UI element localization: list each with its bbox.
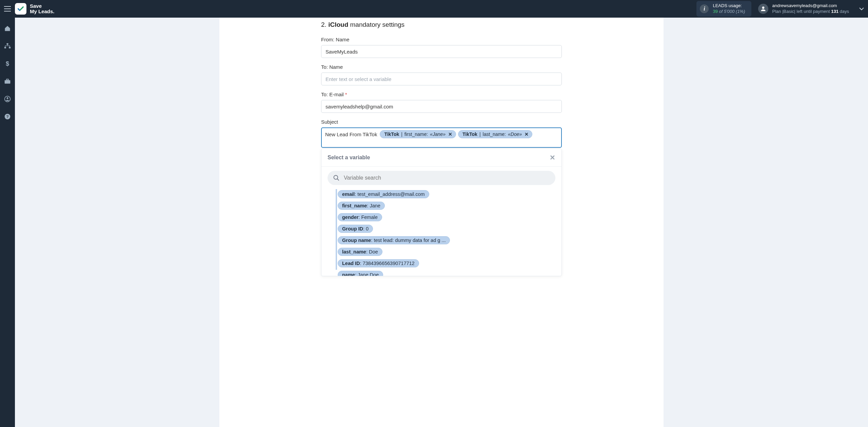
dropdown-title: Select a variable (328, 155, 370, 161)
svg-rect-1 (7, 43, 8, 45)
sitemap-icon (4, 43, 11, 49)
variable-option[interactable]: first_name: Jane (338, 202, 385, 211)
variable-option[interactable]: last_name: Doe (338, 248, 382, 257)
chevron-down-icon (859, 7, 864, 11)
side-rail: $ ? (0, 18, 15, 427)
label-from-name: From: Name (321, 37, 562, 42)
search-icon (333, 175, 340, 181)
variable-option[interactable]: email: test_email_address@mail.com (338, 190, 429, 200)
field-to-name: To: Name (321, 64, 562, 85)
brand-logo (15, 3, 26, 15)
nav-toolbox[interactable] (0, 77, 15, 86)
briefcase-icon (4, 78, 11, 84)
svg-point-8 (7, 97, 8, 99)
svg-rect-6 (6, 79, 9, 80)
svg-text:$: $ (6, 60, 9, 67)
nav-help[interactable]: ? (0, 112, 15, 121)
settings-card: 2. iCloud mandatory settings From: Name … (219, 18, 664, 427)
variable-dropdown: Select a variable ✕ email: test_email_ad… (321, 148, 562, 276)
input-to-name[interactable] (321, 73, 562, 85)
user-circle-icon (4, 96, 11, 102)
variable-search-input[interactable] (343, 175, 550, 181)
field-from-name: From: Name (321, 37, 562, 58)
leads-usage-text: LEADS usage: 39 of 5'000 (1%) (713, 3, 745, 15)
menu-toggle-button[interactable] (0, 0, 15, 18)
main-content: 2. iCloud mandatory settings From: Name … (15, 18, 868, 427)
field-to-email: To: E-mail * (321, 92, 562, 113)
user-menu-chevron[interactable] (855, 7, 868, 11)
nav-connections[interactable] (0, 41, 15, 51)
top-bar: Save My Leads. i LEADS usage: 39 of 5'00… (0, 0, 868, 18)
dropdown-close-button[interactable]: ✕ (550, 154, 555, 162)
home-icon (4, 25, 11, 32)
svg-rect-2 (4, 47, 6, 48)
section-title: 2. iCloud mandatory settings (321, 18, 562, 28)
variable-chip-first-name[interactable]: TikTok | first_name: «Jane» ✕ (380, 130, 456, 138)
chip-remove-icon[interactable]: ✕ (524, 131, 529, 137)
list-accent-bar (336, 189, 337, 270)
subject-prefix-text: New Lead From TikTok (324, 130, 378, 139)
leads-usage-box[interactable]: i LEADS usage: 39 of 5'000 (1%) (696, 1, 751, 17)
variable-option[interactable]: gender: Female (338, 213, 382, 223)
svg-point-0 (762, 6, 764, 9)
variable-option[interactable]: Lead ID: 7384396656390717712 (338, 259, 419, 269)
info-icon: i (700, 4, 709, 13)
brand-name: Save My Leads. (30, 3, 55, 15)
avatar-icon (758, 4, 768, 14)
svg-text:?: ? (6, 114, 8, 119)
variable-chip-last-name[interactable]: TikTok | last_name: «Doe» ✕ (458, 130, 532, 138)
brand[interactable]: Save My Leads. (15, 3, 60, 15)
person-icon (760, 5, 767, 12)
variable-list[interactable]: email: test_email_address@mail.comfirst_… (321, 188, 561, 276)
label-to-email: To: E-mail * (321, 92, 562, 97)
nav-account[interactable] (0, 94, 15, 104)
nav-home[interactable] (0, 24, 15, 33)
hamburger-icon (4, 6, 11, 12)
svg-point-11 (334, 176, 338, 180)
variable-option[interactable]: Group ID: 0 (338, 225, 373, 234)
user-menu[interactable]: andrewsavemyleads@gmail.com Plan |Basic|… (758, 3, 855, 15)
input-to-email[interactable] (321, 100, 562, 113)
user-info: andrewsavemyleads@gmail.com Plan |Basic|… (772, 3, 849, 15)
svg-rect-3 (9, 47, 11, 48)
variable-option[interactable]: Group name: test lead: dummy data for ad… (338, 236, 450, 246)
dollar-icon: $ (5, 60, 10, 67)
nav-billing[interactable]: $ (0, 59, 15, 68)
chip-remove-icon[interactable]: ✕ (448, 131, 453, 137)
field-subject: Subject New Lead From TikTok TikTok | fi… (321, 119, 562, 276)
question-circle-icon: ? (4, 113, 11, 120)
input-from-name[interactable] (321, 45, 562, 58)
checkmark-icon (17, 5, 24, 13)
label-to-name: To: Name (321, 64, 562, 70)
variable-option[interactable]: name: Jane Doe (338, 271, 383, 276)
variable-search[interactable] (328, 171, 555, 185)
input-subject[interactable]: New Lead From TikTok TikTok | first_name… (321, 127, 562, 148)
label-subject: Subject (321, 119, 562, 125)
svg-rect-5 (5, 80, 11, 84)
